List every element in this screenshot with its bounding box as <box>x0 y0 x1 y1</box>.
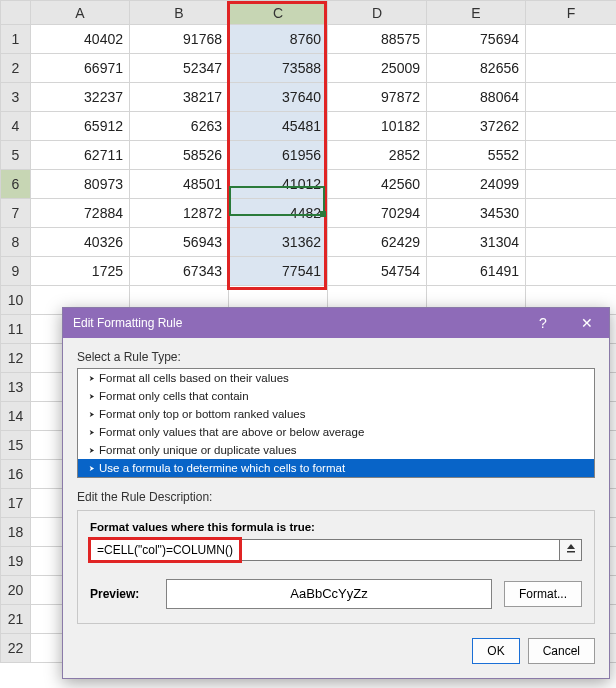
cell[interactable]: 73588 <box>229 54 328 83</box>
row-header[interactable]: 16 <box>1 460 31 489</box>
column-header-F[interactable]: F <box>526 1 617 25</box>
column-header-C[interactable]: C <box>229 1 328 25</box>
cell[interactable]: 62429 <box>328 228 427 257</box>
cell[interactable]: 75694 <box>427 25 526 54</box>
dialog-title: Edit Formatting Rule <box>73 316 521 330</box>
cell[interactable]: 88575 <box>328 25 427 54</box>
ok-button[interactable]: OK <box>472 638 519 664</box>
cell[interactable]: 37262 <box>427 112 526 141</box>
row-header[interactable]: 7 <box>1 199 31 228</box>
cell[interactable]: 10182 <box>328 112 427 141</box>
rule-type-item[interactable]: Format only cells that contain <box>78 387 594 405</box>
cell[interactable]: 40402 <box>31 25 130 54</box>
cell[interactable]: 34530 <box>427 199 526 228</box>
rule-type-item[interactable]: Use a formula to determine which cells t… <box>78 459 594 477</box>
cell[interactable]: 65912 <box>31 112 130 141</box>
cell[interactable]: 31304 <box>427 228 526 257</box>
select-all-corner[interactable] <box>1 1 31 25</box>
row-header[interactable]: 19 <box>1 547 31 576</box>
cell[interactable]: 6263 <box>130 112 229 141</box>
cell[interactable]: 54754 <box>328 257 427 286</box>
row-header[interactable]: 4 <box>1 112 31 141</box>
cell[interactable]: 61956 <box>229 141 328 170</box>
row-header[interactable]: 6 <box>1 170 31 199</box>
cell[interactable]: 12872 <box>130 199 229 228</box>
rule-type-item[interactable]: Format only top or bottom ranked values <box>78 405 594 423</box>
rule-type-item[interactable]: Format all cells based on their values <box>78 369 594 387</box>
cell[interactable] <box>526 199 617 228</box>
cell[interactable]: 40326 <box>31 228 130 257</box>
format-button[interactable]: Format... <box>504 581 582 607</box>
cell[interactable] <box>526 170 617 199</box>
cell[interactable]: 66971 <box>31 54 130 83</box>
row-header[interactable]: 12 <box>1 344 31 373</box>
collapse-dialog-button[interactable] <box>560 539 582 561</box>
column-header-D[interactable]: D <box>328 1 427 25</box>
row-header[interactable]: 2 <box>1 54 31 83</box>
cell[interactable]: 88064 <box>427 83 526 112</box>
cell[interactable]: 45481 <box>229 112 328 141</box>
close-button[interactable]: ✕ <box>565 308 609 338</box>
row-header[interactable]: 8 <box>1 228 31 257</box>
cell[interactable] <box>526 141 617 170</box>
cell[interactable]: 37640 <box>229 83 328 112</box>
cell[interactable]: 72884 <box>31 199 130 228</box>
cell[interactable]: 31362 <box>229 228 328 257</box>
cell[interactable]: 77541 <box>229 257 328 286</box>
cell[interactable] <box>526 54 617 83</box>
column-header-A[interactable]: A <box>31 1 130 25</box>
row-header[interactable]: 15 <box>1 431 31 460</box>
cell[interactable]: 80973 <box>31 170 130 199</box>
row-header[interactable]: 9 <box>1 257 31 286</box>
row-header[interactable]: 18 <box>1 518 31 547</box>
cell[interactable] <box>526 83 617 112</box>
row-header[interactable]: 10 <box>1 286 31 315</box>
cell[interactable]: 42560 <box>328 170 427 199</box>
cell[interactable]: 61491 <box>427 257 526 286</box>
cell[interactable]: 41012 <box>229 170 328 199</box>
row-header[interactable]: 1 <box>1 25 31 54</box>
rule-type-item[interactable]: Format only unique or duplicate values <box>78 441 594 459</box>
cell[interactable]: 56943 <box>130 228 229 257</box>
cell[interactable] <box>526 25 617 54</box>
dialog-titlebar[interactable]: Edit Formatting Rule ? ✕ <box>63 308 609 338</box>
row-header[interactable]: 17 <box>1 489 31 518</box>
rule-type-list[interactable]: Format all cells based on their valuesFo… <box>77 368 595 478</box>
help-button[interactable]: ? <box>521 308 565 338</box>
cell[interactable]: 97872 <box>328 83 427 112</box>
cell[interactable]: 52347 <box>130 54 229 83</box>
cell[interactable]: 70294 <box>328 199 427 228</box>
cell[interactable]: 2852 <box>328 141 427 170</box>
column-header-E[interactable]: E <box>427 1 526 25</box>
row-header[interactable]: 21 <box>1 605 31 634</box>
cell[interactable]: 1725 <box>31 257 130 286</box>
cell[interactable]: 4482 <box>229 199 328 228</box>
cell[interactable]: 67343 <box>130 257 229 286</box>
cell[interactable]: 8760 <box>229 25 328 54</box>
row-header[interactable]: 13 <box>1 373 31 402</box>
cell[interactable]: 82656 <box>427 54 526 83</box>
cell[interactable]: 25009 <box>328 54 427 83</box>
cell[interactable]: 62711 <box>31 141 130 170</box>
row-header[interactable]: 5 <box>1 141 31 170</box>
rule-type-item[interactable]: Format only values that are above or bel… <box>78 423 594 441</box>
row-header[interactable]: 11 <box>1 315 31 344</box>
row-header[interactable]: 20 <box>1 576 31 605</box>
cell[interactable]: 24099 <box>427 170 526 199</box>
cell[interactable] <box>526 112 617 141</box>
formula-label: Format values where this formula is true… <box>90 521 582 533</box>
row-header[interactable]: 3 <box>1 83 31 112</box>
row-header[interactable]: 14 <box>1 402 31 431</box>
cell[interactable]: 38217 <box>130 83 229 112</box>
row-header[interactable]: 22 <box>1 634 31 663</box>
cell[interactable] <box>526 257 617 286</box>
cancel-button[interactable]: Cancel <box>528 638 595 664</box>
cell[interactable]: 48501 <box>130 170 229 199</box>
cell[interactable]: 5552 <box>427 141 526 170</box>
cell[interactable] <box>526 228 617 257</box>
formula-input[interactable] <box>90 539 560 561</box>
cell[interactable]: 32237 <box>31 83 130 112</box>
column-header-B[interactable]: B <box>130 1 229 25</box>
cell[interactable]: 58526 <box>130 141 229 170</box>
cell[interactable]: 91768 <box>130 25 229 54</box>
